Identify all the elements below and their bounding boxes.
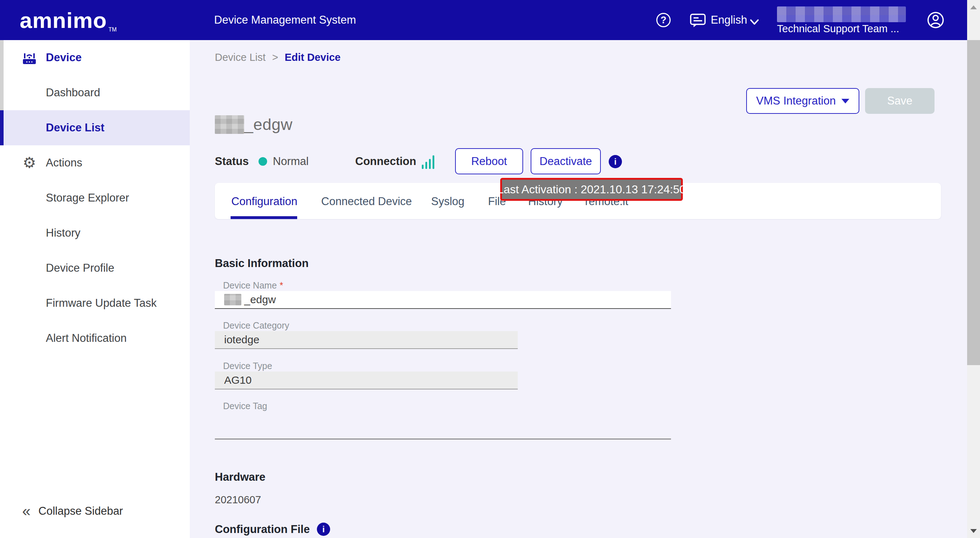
configuration-file-row: Configuration File i: [215, 523, 330, 536]
device-type-input: AG10: [215, 371, 518, 389]
device-category-value: iotedge: [224, 333, 259, 346]
app-title: Device Management System: [214, 0, 356, 40]
hardware-title: Hardware: [215, 471, 265, 484]
sidebar-item-firmware-update-task-label: Firmware Update Task: [46, 297, 157, 309]
sidebar-item-history-label: History: [46, 227, 80, 240]
device-name-redacted: [215, 115, 244, 134]
device-category-label: Device Category: [223, 321, 289, 331]
tab-syslog[interactable]: Syslog: [431, 195, 465, 208]
logo-tm: TM: [108, 27, 117, 33]
sidebar-item-device-profile-label: Device Profile: [46, 262, 114, 275]
sidebar-item-history[interactable]: History: [0, 216, 190, 251]
caret-down-icon: [842, 99, 849, 103]
sidebar-group-actions[interactable]: ⚙ Actions: [0, 145, 190, 180]
sidebar-group-actions-label: Actions: [46, 156, 82, 169]
device-type-value: AG10: [224, 374, 252, 386]
device-name-label: Device Name*: [223, 280, 283, 290]
reboot-label: Reboot: [471, 155, 507, 168]
main-content: Device List > Edit Device VMS Integratio…: [190, 40, 967, 538]
save-button[interactable]: Save: [865, 88, 934, 114]
scroll-up-arrow-icon: [970, 5, 977, 9]
sidebar-item-storage-explorer-label: Storage Explorer: [46, 192, 129, 205]
sidebar-item-storage-explorer[interactable]: Storage Explorer: [0, 180, 190, 216]
sidebar-item-device-list[interactable]: Device List: [0, 110, 190, 145]
activation-info-icon[interactable]: i: [609, 155, 622, 168]
device-name-value-redacted: [224, 294, 241, 305]
deactivate-button[interactable]: Deactivate: [531, 148, 601, 174]
configuration-file-info-icon[interactable]: i: [317, 523, 330, 536]
scrollbar-down-button[interactable]: [967, 524, 980, 538]
sidebar-item-device-profile[interactable]: Device Profile: [0, 251, 190, 286]
actions-gear-icon: ⚙: [21, 154, 38, 171]
breadcrumb-device-list[interactable]: Device List: [215, 52, 266, 63]
collapse-sidebar-button[interactable]: « Collapse Sidebar: [0, 498, 190, 524]
last-activation-text: Last Activation : 2021.10.13 17:24:50: [497, 183, 686, 196]
tab-configuration[interactable]: Configuration: [231, 195, 297, 208]
vms-integration-label: VMS Integration: [756, 95, 836, 107]
double-chevron-left-icon: «: [22, 504, 30, 519]
language-selector[interactable]: English: [711, 0, 747, 40]
sidebar-item-dashboard-label: Dashboard: [46, 86, 100, 99]
amnimo-logo[interactable]: amnimo TM: [20, 0, 117, 40]
required-marker: *: [280, 280, 283, 290]
language-chat-icon[interactable]: [690, 14, 706, 29]
configuration-file-title: Configuration File: [215, 523, 310, 536]
sidebar: Device Dashboard Device List ⚙ Actions S…: [0, 40, 190, 538]
breadcrumb-separator: >: [272, 52, 278, 63]
page-scrollbar: [967, 0, 980, 538]
device-name-value: _edgw: [244, 294, 276, 306]
sidebar-item-dashboard[interactable]: Dashboard: [0, 75, 190, 110]
device-management-screen: amnimo TM Device Management System ? Eng…: [0, 0, 980, 538]
device-tag-input[interactable]: [215, 414, 671, 440]
active-tab-indicator: [231, 216, 297, 219]
scroll-down-arrow-icon: [970, 529, 977, 533]
device-category-input: iotedge: [215, 331, 518, 349]
device-type-label: Device Type: [223, 361, 272, 371]
status-label: Status: [215, 155, 249, 168]
deactivate-label: Deactivate: [539, 155, 592, 168]
device-title-row: _edgw: [215, 114, 293, 135]
collapse-sidebar-label: Collapse Sidebar: [38, 505, 123, 517]
sidebar-item-alert-notification[interactable]: Alert Notification: [0, 321, 190, 356]
sidebar-item-device-list-label: Device List: [46, 121, 105, 134]
logo-text: amnimo: [20, 8, 107, 33]
breadcrumb-edit-device: Edit Device: [285, 52, 340, 63]
app-header: amnimo TM Device Management System ? Eng…: [0, 0, 967, 40]
status-value: Normal: [273, 155, 309, 168]
scrollbar-thumb[interactable]: [967, 40, 980, 365]
scrollbar-up-button[interactable]: [967, 0, 980, 14]
page-title: _edgw: [244, 115, 293, 134]
device-name-input[interactable]: _edgw: [215, 291, 671, 309]
sidebar-item-alert-notification-label: Alert Notification: [46, 332, 127, 345]
last-activation-tooltip: Last Activation : 2021.10.13 17:24:50: [500, 178, 683, 201]
sidebar-group-device-label: Device: [46, 51, 82, 64]
connection-label: Connection: [355, 155, 417, 168]
user-team-label: Technical Support Team ...: [777, 23, 907, 35]
vms-integration-button[interactable]: VMS Integration: [746, 88, 859, 114]
sidebar-group-device[interactable]: Device: [0, 40, 190, 75]
reboot-button[interactable]: Reboot: [455, 148, 523, 174]
chevron-down-icon[interactable]: [750, 17, 759, 27]
user-info[interactable]: Technical Support Team ...: [777, 6, 907, 34]
user-avatar-icon[interactable]: [927, 11, 944, 29]
user-company-redacted: [777, 6, 906, 22]
device-icon: [21, 49, 38, 66]
signal-bars-icon: [422, 155, 438, 169]
hardware-value: 20210607: [215, 494, 261, 506]
device-status-row: Status Normal Connection Reboot Deactiva…: [215, 148, 644, 174]
breadcrumb: Device List > Edit Device: [215, 52, 340, 63]
sidebar-item-firmware-update-task[interactable]: Firmware Update Task: [0, 286, 190, 321]
device-tag-label: Device Tag: [223, 401, 267, 411]
status-dot-icon: [259, 157, 267, 166]
save-label: Save: [887, 95, 913, 107]
tab-connected-device[interactable]: Connected Device: [321, 195, 412, 208]
basic-information-title: Basic Information: [215, 257, 309, 270]
help-icon[interactable]: ?: [656, 13, 671, 27]
